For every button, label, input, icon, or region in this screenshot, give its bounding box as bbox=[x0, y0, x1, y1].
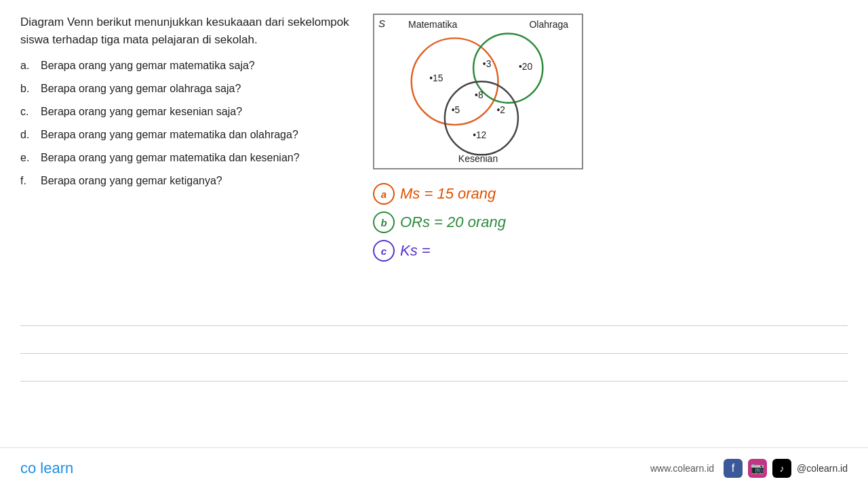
question-letter: a. bbox=[20, 58, 41, 74]
social-handle: @colearn.id bbox=[797, 463, 848, 474]
footer-logo-text: co learn bbox=[20, 460, 73, 476]
svg-text:•15: •15 bbox=[429, 73, 443, 83]
svg-text:•5: •5 bbox=[452, 105, 460, 115]
question-letter: b. bbox=[20, 81, 41, 97]
answer-text-b: ORs = 20 orang bbox=[400, 212, 506, 233]
question-item: b.Berapa orang yang gemar olahraga saja? bbox=[20, 81, 359, 97]
footer-social: f 📷 ♪ @colearn.id bbox=[724, 459, 848, 478]
svg-text:•12: •12 bbox=[473, 130, 486, 140]
answer-text-a: Ms = 15 orang bbox=[400, 184, 496, 205]
answer-a: a Ms = 15 orang bbox=[373, 183, 848, 205]
svg-text:•3: •3 bbox=[483, 59, 492, 69]
question-text: Berapa orang yang gemar olahraga saja? bbox=[41, 81, 359, 97]
venn-svg: •15 •20 •3 •8 •5 •2 •12 bbox=[374, 15, 582, 168]
question-item: e.Berapa orang yang gemar matematika dan… bbox=[20, 150, 359, 166]
answer-circle-a: a bbox=[373, 183, 395, 205]
answer-c: c Ks = bbox=[373, 240, 848, 262]
facebook-icon: f bbox=[724, 459, 743, 478]
answer-circle-b: b bbox=[373, 211, 395, 233]
divider-line-2 bbox=[20, 353, 848, 354]
venn-label-kesenian: Kesenian bbox=[458, 153, 498, 164]
answer-text-c: Ks = bbox=[400, 241, 431, 262]
divider-line-3 bbox=[20, 381, 848, 382]
svg-text:•2: •2 bbox=[497, 105, 505, 115]
question-text: Berapa orang yang gemar ketiganya? bbox=[41, 173, 359, 189]
question-text: Berapa orang yang gemar matematika saja? bbox=[41, 58, 359, 74]
question-text: Berapa orang yang gemar kesenian saja? bbox=[41, 104, 359, 120]
question-letter: f. bbox=[20, 173, 41, 189]
intro-text: Diagram Venn berikut menunjukkan kesukaa… bbox=[20, 14, 359, 48]
question-text: Berapa orang yang gemar matematika dan o… bbox=[41, 127, 359, 143]
answers-section: a Ms = 15 orang b ORs = 20 orang c Ks = bbox=[373, 183, 848, 262]
svg-text:•20: •20 bbox=[519, 62, 532, 72]
answer-circle-c: c bbox=[373, 240, 395, 262]
question-letter: e. bbox=[20, 150, 41, 166]
question-letter: c. bbox=[20, 104, 41, 120]
tiktok-icon: ♪ bbox=[772, 459, 791, 478]
footer: co learn www.colearn.id f 📷 ♪ @colearn.i… bbox=[0, 447, 868, 488]
question-item: a.Berapa orang yang gemar matematika saj… bbox=[20, 58, 359, 74]
instagram-icon: 📷 bbox=[748, 459, 767, 478]
question-text: Berapa orang yang gemar matematika dan k… bbox=[41, 150, 359, 166]
question-list: a.Berapa orang yang gemar matematika saj… bbox=[20, 58, 359, 189]
question-item: c.Berapa orang yang gemar kesenian saja? bbox=[20, 104, 359, 120]
question-item: f.Berapa orang yang gemar ketiganya? bbox=[20, 173, 359, 189]
divider-line-1 bbox=[20, 325, 848, 326]
footer-website: www.colearn.id bbox=[650, 463, 714, 474]
footer-logo: co learn bbox=[20, 460, 73, 477]
question-item: d.Berapa orang yang gemar matematika dan… bbox=[20, 127, 359, 143]
answer-b: b ORs = 20 orang bbox=[373, 211, 848, 233]
svg-text:•8: •8 bbox=[475, 90, 484, 100]
question-letter: d. bbox=[20, 127, 41, 143]
venn-diagram: S Matematika Olahraga •15 •20 •3 •8 bbox=[373, 14, 583, 169]
footer-right: www.colearn.id f 📷 ♪ @colearn.id bbox=[650, 459, 848, 478]
